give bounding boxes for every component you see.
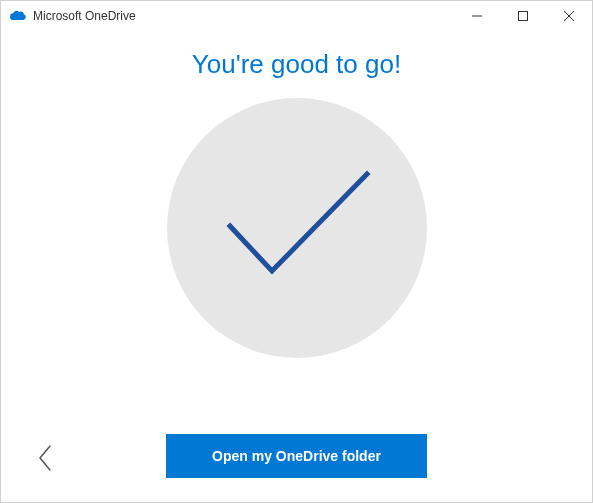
minimize-button[interactable] [454, 1, 500, 31]
window-controls [454, 1, 592, 31]
footer: Open my OneDrive folder [1, 434, 592, 478]
titlebar: Microsoft OneDrive [1, 1, 592, 31]
titlebar-left: Microsoft OneDrive [9, 7, 136, 25]
success-circle [167, 98, 427, 358]
page-heading: You're good to go! [192, 49, 401, 80]
open-folder-button[interactable]: Open my OneDrive folder [166, 434, 427, 478]
window-title: Microsoft OneDrive [33, 9, 136, 23]
content-area: You're good to go! [1, 31, 592, 358]
maximize-button[interactable] [500, 1, 546, 31]
svg-rect-1 [519, 12, 528, 21]
onedrive-icon [9, 7, 27, 25]
checkmark-icon [212, 156, 382, 300]
close-button[interactable] [546, 1, 592, 31]
